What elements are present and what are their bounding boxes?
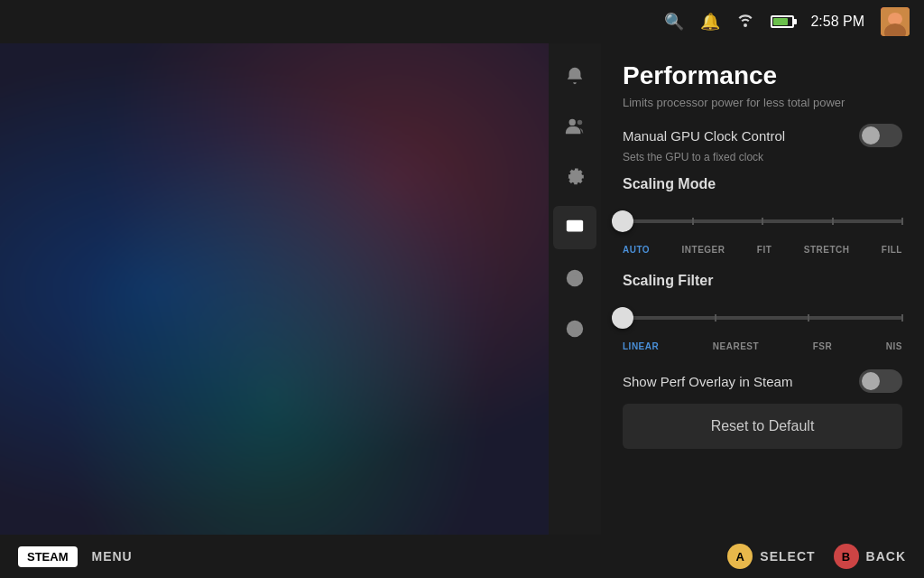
bottom-bar: STEAM MENU A SELECT B BACK (0, 535, 924, 578)
reset-to-default-button[interactable]: Reset to Default (623, 404, 902, 449)
tick-fill (901, 218, 903, 225)
svg-point-1 (888, 13, 902, 25)
avatar[interactable] (881, 7, 910, 36)
label-auto: AUTO (623, 245, 650, 255)
top-bar: 🔍 🔔 2:58 PM (0, 0, 924, 43)
search-icon[interactable]: 🔍 (664, 12, 684, 32)
label-fit: FIT (757, 245, 772, 255)
label-stretch: STRETCH (804, 245, 850, 255)
svg-point-9 (574, 332, 576, 334)
back-action: B BACK (834, 544, 906, 569)
back-label: BACK (866, 549, 906, 564)
label-nis: NIS (886, 341, 902, 351)
svg-rect-5 (567, 220, 583, 232)
scaling-mode-section: Scaling Mode AUTO INTEGER FIT STRETCH FI… (623, 176, 902, 255)
sidebar (549, 43, 601, 535)
panel-subtitle: Limits processor power for less total po… (623, 96, 902, 109)
scaling-mode-labels: AUTO INTEGER FIT STRETCH FILL (623, 245, 902, 255)
sidebar-item-media[interactable] (553, 256, 596, 300)
label-nearest: NEAREST (713, 341, 759, 351)
label-linear: LINEAR (623, 341, 659, 351)
scaling-filter-knob[interactable] (612, 307, 633, 329)
wifi-icon (736, 13, 754, 31)
bottom-actions: A SELECT B BACK (727, 544, 906, 569)
select-label: SELECT (760, 549, 815, 564)
svg-point-3 (569, 119, 576, 126)
label-integer: INTEGER (682, 245, 725, 255)
svg-point-4 (578, 120, 583, 126)
scaling-filter-section: Scaling Filter LINEAR NEAREST FSR NIS (623, 273, 902, 351)
clock: 2:58 PM (810, 14, 864, 30)
manual-gpu-desc: Sets the GPU to a fixed clock (623, 151, 902, 163)
sidebar-item-help[interactable] (553, 307, 596, 350)
tick-fsr (808, 314, 809, 322)
scaling-filter-label: Scaling Filter (623, 273, 902, 289)
menu-label: MENU (92, 549, 133, 564)
tick-nearest (715, 314, 716, 322)
sidebar-item-users[interactable] (553, 105, 596, 148)
scaling-mode-slider-container[interactable] (623, 203, 902, 239)
game-background (0, 43, 549, 535)
sidebar-item-settings[interactable] (553, 155, 596, 199)
manual-gpu-row: Manual GPU Clock Control (623, 124, 902, 147)
perf-overlay-row: Show Perf Overlay in Steam (623, 369, 902, 393)
notification-icon[interactable]: 🔔 (700, 12, 720, 32)
tick-integer (692, 218, 694, 225)
b-button[interactable]: B (834, 544, 859, 569)
svg-point-7 (572, 275, 578, 281)
perf-overlay-toggle[interactable] (859, 369, 902, 393)
perf-overlay-label: Show Perf Overlay in Steam (623, 374, 792, 389)
scaling-filter-slider-container[interactable] (623, 300, 902, 336)
steam-badge[interactable]: STEAM (18, 546, 78, 567)
battery-icon (771, 15, 794, 28)
tick-stretch (832, 218, 834, 225)
label-fill: FILL (882, 245, 902, 255)
scaling-mode-track (623, 219, 902, 223)
main-panel: Performance Limits processor power for l… (601, 43, 924, 535)
scaling-mode-label: Scaling Mode (623, 176, 902, 192)
tick-nis (901, 314, 903, 322)
tick-fit (762, 218, 763, 225)
manual-gpu-label: Manual GPU Clock Control (623, 128, 785, 144)
manual-gpu-toggle[interactable] (859, 124, 902, 147)
a-button[interactable]: A (727, 544, 753, 569)
scaling-mode-knob[interactable] (612, 210, 633, 232)
sidebar-item-bell[interactable] (553, 54, 596, 98)
sidebar-item-display[interactable] (553, 206, 596, 249)
scaling-filter-labels: LINEAR NEAREST FSR NIS (623, 341, 902, 351)
select-action: A SELECT (727, 544, 815, 569)
scaling-filter-track (623, 316, 902, 320)
page-title: Performance (623, 61, 902, 90)
label-fsr: FSR (813, 341, 833, 351)
